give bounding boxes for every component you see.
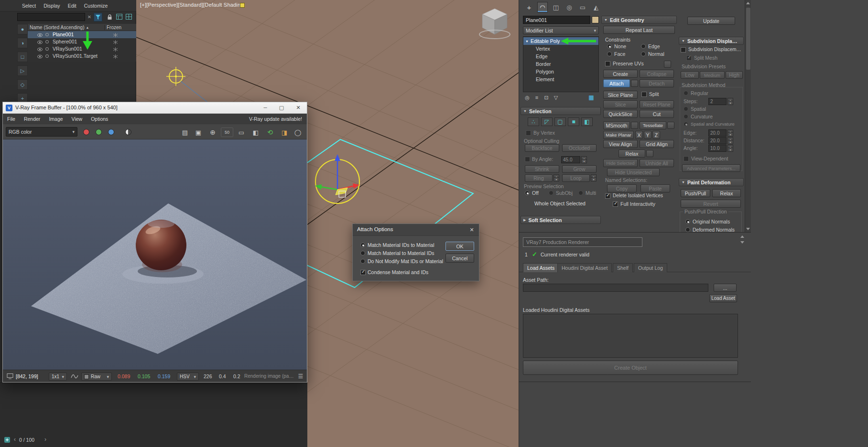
asset-path-input[interactable] [523,284,708,292]
distance-value[interactable]: 20.0 [708,137,727,144]
loop-button[interactable]: Loop [562,174,590,182]
vfb-menu-options[interactable]: Options [87,116,112,122]
detach-button[interactable]: Detach [640,79,674,87]
frozen-column-header[interactable]: Frozen [104,25,136,30]
ring-spinner[interactable] [553,174,559,181]
ok-button[interactable]: OK [445,242,474,251]
relax-settings-button[interactable] [646,150,653,157]
explorer-table-icon-1[interactable] [116,14,122,21]
backface-button[interactable]: Backface [525,144,559,152]
vray-update-notice[interactable]: V-Ray update available! [249,116,307,122]
loop-spinner[interactable] [591,174,596,181]
load-asset-button[interactable]: Load Asset [709,294,737,302]
stack-expand-icon[interactable]: ▼ [525,40,529,43]
repeat-last-button[interactable]: Repeat Last [603,26,675,34]
by-vertex-checkbox[interactable] [526,130,531,136]
modifier-list-dropdown[interactable]: Modifier List [523,26,599,34]
save-image-icon[interactable]: ▤ [179,128,191,137]
create-object-button[interactable]: Create Object [523,361,738,375]
hide-selected-button[interactable]: Hide Selected [603,159,638,167]
name-column-header[interactable]: Name (Sorted Ascending) [28,25,85,30]
object-color-swatch[interactable] [592,16,599,23]
menu-customize[interactable]: Customize [84,3,108,9]
row-label[interactable]: Plane001 [53,32,74,37]
motion-panel-icon[interactable]: ◎ [564,2,575,12]
msmooth-settings-button[interactable] [631,122,638,129]
paint-relax-button[interactable]: Relax [712,189,741,197]
quickslice-button[interactable]: QuickSlice [603,110,638,118]
make-planar-button[interactable]: Make Planar [603,131,634,139]
element-subobject-icon[interactable]: ◧ [581,117,593,126]
remove-modifier-icon[interactable]: ▽ [552,94,560,101]
deformed-normals-radio[interactable] [685,227,690,232]
channel-dropdown[interactable]: RGB color [6,127,77,137]
configure-modifier-sets-icon[interactable]: ▦ [587,94,596,101]
blue-channel-icon[interactable] [108,129,114,135]
stack-item-border[interactable]: Border [536,61,551,67]
panel-scrollbar[interactable] [745,0,751,232]
by-angle-value[interactable]: 45.0 [561,156,580,163]
edit-geometry-rollout-header[interactable]: ▼ Edit Geometry [601,16,677,24]
grow-button[interactable]: Grow [562,165,597,173]
explorer-search-input[interactable] [17,13,85,21]
field-scroll-down-icon[interactable] [740,241,744,244]
lasso-region-icon[interactable]: ◯ [292,128,304,137]
spatial-radio[interactable] [684,106,688,111]
vray-sun-icon[interactable] [166,67,214,107]
constraint-normal-radio[interactable] [641,52,646,56]
constraint-edge-radio[interactable] [641,44,646,49]
push-pull-button[interactable]: Push/Pull [681,189,710,197]
previous-frame-icon[interactable]: ‹ [12,436,17,443]
menu-select[interactable]: Select [22,3,36,9]
color-mode-dropdown[interactable]: Raw [81,372,112,381]
current-renderer-field[interactable]: VRay7 Production Renderer [523,237,642,247]
hsv-dropdown[interactable]: HSV [177,372,199,381]
stack-item-polygon[interactable]: Polygon [536,69,554,74]
eye-icon[interactable] [37,54,43,60]
pin-stack-icon[interactable]: ◎ [523,94,532,101]
tab-shelf[interactable]: Shelf [613,263,633,272]
occluded-button[interactable]: Occluded [562,144,597,152]
by-angle-checkbox[interactable] [525,157,530,162]
curvature-radio[interactable] [684,114,688,119]
lock-icon[interactable] [105,13,114,21]
make-planar-x-button[interactable]: X [635,131,643,139]
copy-frame-icon[interactable]: ▣ [192,128,205,137]
preview-multi-radio[interactable] [578,191,583,195]
split-mesh-checkbox[interactable] [686,55,692,61]
distance-spinner[interactable] [727,137,733,144]
unhide-all-button[interactable]: Unhide All [640,159,674,167]
region-render-icon[interactable]: ⊕ [206,128,219,137]
show-end-result-icon[interactable]: ≡ [532,94,541,101]
isolate-select-icon[interactable]: ◧ [250,128,262,137]
cancel-button[interactable]: Cancel [445,254,474,263]
scroll-up-icon[interactable] [746,2,750,4]
soft-selection-rollout-header[interactable]: ▶ Soft Selection [521,216,601,224]
explorer-tool-icon-4[interactable]: ▷ [17,65,28,76]
preserve-uvs-settings-button[interactable] [664,61,671,68]
next-frame-icon[interactable]: › [43,436,48,443]
make-planar-y-button[interactable]: Y [644,131,651,139]
subdivision-displacement-checkbox[interactable] [681,47,686,53]
preset-low-button[interactable]: Low [681,71,699,79]
frozen-toggle-icon[interactable] [113,32,118,38]
vfb-image-area[interactable] [3,139,307,370]
frozen-toggle-icon[interactable] [113,47,118,53]
stack-item-element[interactable]: Element [536,76,554,82]
attach-settings-button[interactable] [631,80,638,87]
tessellate-button[interactable]: Tessellate [640,121,666,129]
create-button[interactable]: Create [603,70,638,78]
by-angle-spinner[interactable] [581,156,586,163]
curve-icon[interactable] [71,373,78,381]
polygon-subobject-icon[interactable]: ■ [568,117,579,126]
border-subobject-icon[interactable]: ▢ [554,117,566,126]
shrink-button[interactable]: Shrink [525,165,559,173]
cut-button[interactable]: Cut [640,110,674,118]
tab-output-log[interactable]: Output Log [634,263,667,272]
paste-button[interactable]: Paste [640,184,670,192]
view-dependent-checkbox[interactable] [684,156,689,161]
original-normals-radio[interactable] [685,219,690,224]
edge-subobject-icon[interactable]: ◸ [541,117,553,126]
minimize-icon[interactable]: ─ [257,102,273,113]
create-panel-icon[interactable]: + [524,2,534,12]
